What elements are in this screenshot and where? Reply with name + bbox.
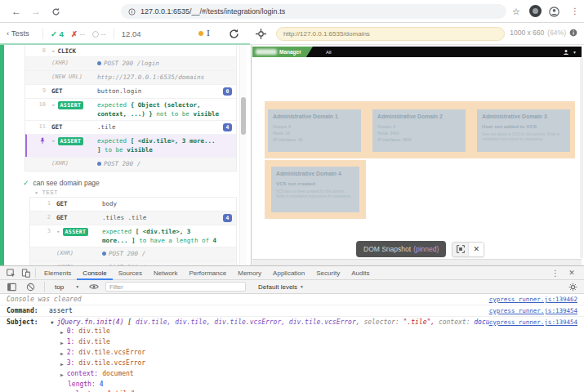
tile-domain-3[interactable]: Administrative Domain 3 User not added t… [477, 109, 570, 152]
command-row-get-tiles[interactable]: 2 GET .tiles .tile 4 [30, 211, 236, 225]
aut-url-text: http://127.0.0.1:6535/domains [283, 30, 370, 38]
test1-command-list: 8 -CLICK (XHR) POST 200 /login (NEW URL)… [25, 45, 237, 172]
snapshot-buttons: ✕ [452, 242, 484, 257]
expand-triangle-icon[interactable]: ▼ [51, 319, 54, 325]
element-count-badge: 4 [223, 214, 232, 222]
xhr-log-row[interactable]: (XHR) POST 200 / [30, 247, 236, 261]
device-toolbar-icon[interactable] [18, 266, 33, 279]
log-levels-dropdown[interactable]: Default levels▼ [258, 283, 304, 291]
tab-security[interactable]: Security [310, 266, 345, 280]
aut-app-header: Manager All ▼ [252, 47, 582, 57]
object-property-row[interactable]: ▶ 3: div.tile.vcsError [0, 359, 584, 369]
pending-count: -- [92, 29, 106, 38]
command-row-get-button[interactable]: 9 GET button.login 0 [25, 84, 236, 98]
expand-triangle-icon[interactable]: ▶ [60, 371, 64, 379]
test-section-toggle[interactable]: ▼ TEST [34, 189, 250, 195]
site-info-icon[interactable] [128, 8, 136, 16]
scrollbar-thumb[interactable] [241, 97, 246, 135]
object-property-row[interactable]: ▶ 2: div.tile.vcsError [0, 348, 584, 359]
command-row-get-body[interactable]: 1 GET body [30, 198, 236, 211]
command-row-get-tile[interactable]: 11 GET .tile 4 [25, 120, 236, 134]
devtools-close-icon[interactable]: ✕ [564, 266, 579, 279]
back-to-tests-button[interactable]: ‹ Tests [7, 29, 29, 38]
tab-console[interactable]: Console [77, 266, 112, 280]
object-property-row[interactable]: ▶ 1: div.tile [0, 337, 584, 348]
aut-preview-panel: Manager All ▼ Administrative Domain 1 Gr… [251, 45, 584, 265]
profile-avatar-icon[interactable] [547, 5, 560, 18]
devtools-menu-icon[interactable]: ⋮ [548, 266, 563, 279]
address-bar[interactable]: 127.0.0.1:6535/__/#/tests/integration/lo… [121, 4, 506, 19]
object-property-row[interactable]: length: 4 [0, 380, 584, 390]
tab-performance[interactable]: Performance [183, 266, 232, 280]
test-stats: ✓ 4 ✗ -- -- 12.04 [42, 23, 141, 44]
restart-tests-icon[interactable] [229, 28, 239, 42]
tab-application[interactable]: Application [267, 266, 310, 280]
expand-triangle-icon[interactable]: ▶ [60, 328, 64, 336]
snapshot-close-button[interactable]: ✕ [468, 243, 484, 256]
brand-logo-blurred [256, 49, 277, 55]
element-count-badge: 0 [223, 87, 232, 96]
tab-audits[interactable]: Audits [345, 266, 375, 280]
xhr-dot-icon [102, 252, 106, 256]
failed-count: ✗ -- [71, 29, 85, 38]
source-link[interactable]: cypress_runner.js:139462 [489, 296, 577, 303]
test2-command-list: 1 GET body 2 GET .tiles .tile 4 3 -ASSER… [29, 197, 237, 265]
brand-name: Manager [279, 49, 301, 55]
nav-tab-all[interactable]: All [326, 50, 332, 55]
tab-network[interactable]: Network [148, 266, 183, 280]
pin-icon [39, 137, 46, 145]
viewport-scale: (64%) [547, 29, 566, 37]
user-menu[interactable]: ▼ [563, 49, 582, 56]
selector-playground-icon[interactable] [256, 28, 266, 42]
tile-domain-4[interactable]: Administrative Domain 4 VCS not created … [271, 167, 359, 212]
snapshot-scrubber[interactable]: I [198, 29, 210, 38]
suite-pass-indicator [0, 45, 4, 265]
console-command-row: Command: assert cypress_runner.js:139454 [0, 305, 584, 317]
cypress-runner-header: ‹ Tests ✓ 4 ✗ -- -- 12.04 I http://127.0… [0, 23, 584, 45]
command-log-panel: 8 -CLICK (XHR) POST 200 /login (NEW URL)… [0, 45, 250, 265]
console-settings-gear-icon[interactable] [565, 280, 580, 293]
browser-toolbar: ← → 127.0.0.1:6535/__/#/tests/integratio… [0, 0, 584, 23]
console-sidebar-icon[interactable] [4, 280, 19, 293]
object-property-row[interactable]: ▶ 0: div.tile [0, 327, 584, 337]
inspect-element-icon[interactable] [3, 266, 18, 279]
tile-domain-1[interactable]: Administrative Domain 1 Groups: 8 Hosts:… [268, 109, 361, 152]
source-link[interactable]: cypress_runner.js:139454 [489, 307, 577, 314]
console-subject-row: Subject: ▼ jQuery.fn.init(4) [ div.tile,… [0, 317, 584, 327]
extension-icon[interactable] [529, 5, 542, 17]
test-title-can-see-domain-page[interactable]: ✓ can see domain page [23, 179, 250, 187]
assert-row-length[interactable]: 3 -ASSERT expected [ <div.tile>, 3 more.… [30, 225, 236, 247]
reporter-scrollbar[interactable] [239, 45, 247, 265]
context-selector[interactable]: top▼ [51, 283, 82, 291]
xhr-log-row[interactable]: (XHR) POST 200 / [25, 157, 236, 171]
expand-triangle-icon[interactable]: ▶ [60, 339, 64, 347]
reload-icon[interactable] [49, 5, 62, 18]
aut-url-bar[interactable]: http://127.0.0.1:6535/domains [276, 27, 505, 41]
tab-elements[interactable]: Elements [38, 266, 77, 280]
xhr-log-row[interactable]: (XHR) POST 200 /login [25, 56, 236, 70]
command-row-click[interactable]: 8 -CLICK [25, 45, 236, 56]
back-icon[interactable]: ← [10, 5, 23, 18]
bookmark-star-icon[interactable]: ☆ [510, 5, 523, 18]
live-expression-eye-icon[interactable] [87, 280, 101, 293]
object-property-row[interactable]: ▶ context: document [0, 369, 584, 380]
assert-row-not-visible[interactable]: 10 -ASSERT expected { Object (selector, … [25, 98, 236, 121]
clear-console-icon[interactable] [23, 280, 38, 293]
new-url-log-row[interactable]: (NEW URL) http://127.0.0.1:6535/domains [25, 70, 236, 84]
tile-domain-2[interactable]: Administrative Domain 2 Groups: 5 Hosts:… [372, 109, 466, 152]
viewport-info: 1000 x 660 (64%) [510, 29, 577, 37]
viewport-info-icon[interactable] [569, 29, 577, 37]
pinned-assert-row[interactable]: -ASSERT expected [ <div.tile>, 3 more...… [25, 134, 236, 157]
tab-sources[interactable]: Sources [113, 266, 148, 280]
forward-icon[interactable]: → [29, 5, 42, 18]
dom-snapshot-pill: DOM Snapshot(pinned) [356, 241, 446, 257]
tab-memory[interactable]: Memory [232, 266, 267, 280]
source-link[interactable]: cypress_runner.js:139454 [489, 318, 577, 326]
expand-triangle-icon[interactable]: ▶ [60, 360, 64, 368]
user-icon [563, 49, 569, 56]
snapshot-highlight-button[interactable] [452, 243, 468, 256]
console-filter-input[interactable] [105, 282, 246, 292]
expand-triangle-icon[interactable]: ▶ [60, 350, 64, 358]
aut-scrollbar[interactable] [580, 58, 583, 258]
browser-menu-icon[interactable]: ⋮ [568, 5, 582, 18]
